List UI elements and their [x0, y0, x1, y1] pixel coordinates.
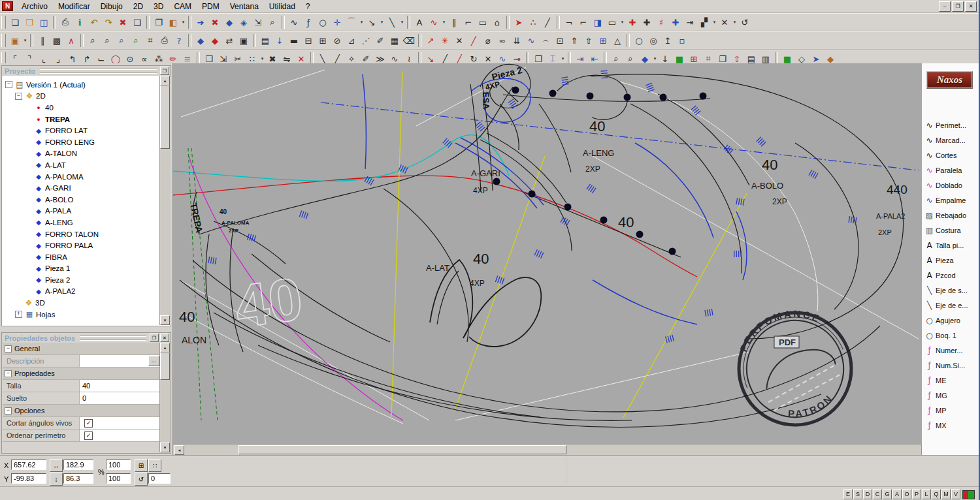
tool-mg[interactable]: ƒMG [922, 388, 979, 403]
hatch-lines-button[interactable]: ∥ [35, 33, 50, 48]
red-arrow-button[interactable]: ➤ [512, 15, 526, 29]
collapse-button[interactable]: ⊟ [301, 33, 316, 48]
redo-button[interactable]: ↷ [101, 15, 116, 29]
dots-diagonal-button[interactable]: ⋰ [359, 33, 373, 48]
approx-button[interactable]: ≂ [495, 33, 510, 48]
property-value[interactable]: ✓ [80, 417, 160, 429]
print-preview-button[interactable]: ⎙ [157, 33, 172, 48]
tool-eje-de-e[interactable]: ╲Eje de e... [922, 298, 979, 313]
tree-item-a-gari[interactable]: ◆A-GARI [3, 182, 160, 194]
cross-mark-button[interactable]: ✛ [330, 15, 344, 29]
tree-item-a-bolo[interactable]: ◆A-BOLO [3, 194, 160, 206]
triangle-tool-button[interactable]: ⊿ [344, 33, 359, 48]
tree-item-forro-leng[interactable]: ◆FORRO LENG [3, 136, 160, 148]
line-tool-button[interactable]: ╲ [385, 15, 399, 29]
dropdown-arrow-icon[interactable]: ▾ [22, 33, 28, 48]
text-button[interactable]: A [412, 15, 427, 29]
notch-left-button[interactable]: ¬ [562, 15, 576, 29]
play-piece-button[interactable]: ◆ [193, 33, 208, 48]
property-value[interactable]: ... [80, 355, 160, 367]
diagonal-button[interactable]: ╱ [540, 15, 555, 29]
property-value[interactable]: 0 [80, 392, 160, 404]
layer-key-v[interactable]: V [951, 489, 960, 499]
tree-expander-icon[interactable]: − [15, 93, 22, 100]
height-input[interactable] [63, 473, 93, 484]
tool-me[interactable]: ƒME [922, 373, 979, 388]
canvas-horizontal-scrollbar[interactable]: ◂ [173, 444, 921, 455]
y-coordinate-input[interactable] [11, 473, 46, 484]
dropdown-arrow-icon[interactable]: ▾ [359, 15, 365, 29]
circle-button[interactable]: ○ [316, 15, 330, 29]
tool-marcad[interactable]: ∿Marcad... [922, 133, 979, 148]
checkbox-icon[interactable]: ✓ [84, 419, 93, 428]
scroll-up-button[interactable]: ▴ [160, 76, 170, 86]
window-tool-button[interactable]: ▣ [237, 33, 251, 48]
zoom-window-button[interactable]: ⌕ [114, 33, 129, 48]
shift-up-button[interactable]: ⇧ [581, 33, 596, 48]
half-box-button[interactable]: ◨ [591, 15, 605, 29]
property-row-cortar-ngulos-vivos[interactable]: Cortar ángulos vivos✓ [3, 417, 160, 430]
scale-tool-button[interactable]: ⇲ [251, 15, 265, 29]
tool-paralela[interactable]: ∿Paralela [922, 163, 979, 178]
print-setup-button[interactable]: ⎙ [58, 15, 73, 29]
tree-item-forro-talon[interactable]: ◆FORRO TALON [3, 228, 160, 240]
curve-button[interactable]: ∿ [287, 15, 301, 29]
tree-item-pieza-2[interactable]: ◆Pieza 2 [3, 274, 160, 286]
corner-button[interactable]: ⌐ [461, 15, 476, 29]
layer-key-q[interactable]: Q [932, 489, 941, 499]
diameter-button[interactable]: ⌀ [481, 33, 495, 48]
grid-tool-button[interactable]: ▦ [387, 33, 402, 48]
arc-down-button[interactable]: ⌢ [538, 33, 553, 48]
dropdown-arrow-icon[interactable]: ▾ [399, 15, 405, 29]
fill-tool-button[interactable]: ▣ [8, 33, 22, 48]
toolbar-grip[interactable] [1, 34, 6, 47]
arrow-ne-button[interactable]: ↗ [423, 33, 438, 48]
grid-settings-icon[interactable]: ⊞ [135, 459, 148, 472]
scrollbar-thumb[interactable] [160, 86, 170, 149]
layer-key-d[interactable]: D [863, 489, 872, 499]
tree-item-pieza-1[interactable]: ◆Pieza 1 [3, 263, 160, 275]
dropdown-arrow-icon[interactable]: ▾ [379, 15, 385, 29]
scale-y-input[interactable] [106, 473, 131, 484]
snap-blue-button[interactable]: ✚ [668, 15, 683, 29]
tree-item-3d[interactable]: ❖3D [3, 297, 160, 309]
open-button[interactable]: ❒ [22, 15, 37, 29]
panel-detach-button[interactable]: ❐ [160, 67, 169, 75]
info-button[interactable]: ℹ [73, 15, 87, 29]
scroll-down-button[interactable]: ▾ [160, 315, 170, 325]
properties-panel-header[interactable]: Propiedades objetos ❐ ✕ [2, 333, 171, 343]
layer-key-l[interactable]: L [922, 489, 931, 499]
piece-frame-button[interactable]: ◈ [237, 15, 251, 29]
tree-expander-icon[interactable]: − [5, 81, 12, 88]
tool-pieza[interactable]: APieza [922, 253, 979, 268]
property-group-opciones[interactable]: −Opciones [3, 405, 160, 417]
backspace-tool-button[interactable]: ⌫ [402, 33, 416, 48]
tool-mp[interactable]: ƒMP [922, 403, 979, 418]
tool-boq-1[interactable]: ○Boq. 1 [922, 328, 979, 343]
down-arrows-button[interactable]: ⇊ [510, 33, 524, 48]
layer-key-c[interactable]: C [873, 489, 882, 499]
polygon-button[interactable]: ⌂ [490, 15, 504, 29]
layer-key-e[interactable]: E [843, 489, 853, 499]
notch-right-button[interactable]: ⌐ [576, 15, 591, 29]
tool-num-si[interactable]: ƒNum.Si... [922, 358, 979, 373]
arrow-tool-button[interactable]: ↘ [365, 15, 379, 29]
scrollbar-thumb[interactable] [238, 445, 566, 454]
asterisk-line-button[interactable]: ✳ [438, 33, 452, 48]
tree-item-a-lat[interactable]: ◆A-LAT [3, 159, 160, 171]
small-x-button[interactable]: ✕ [717, 15, 732, 29]
menu-3d[interactable]: 3D [148, 1, 169, 12]
grid-snap-button[interactable]: ♯ [654, 15, 668, 29]
menu-ventana[interactable]: Ventana [225, 1, 264, 12]
toolbar-grip[interactable] [1, 16, 6, 29]
point-grid-icon[interactable]: ∷ [148, 459, 161, 472]
panel-close-button[interactable]: ✕ [160, 334, 169, 342]
expand-button[interactable]: ⊞ [316, 33, 330, 48]
tree-expander-icon[interactable]: + [15, 311, 22, 318]
up-arrow-button[interactable]: ⇑ [567, 33, 581, 48]
dropdown-arrow-icon[interactable]: ▾ [711, 15, 717, 29]
property-group-general[interactable]: −General [3, 343, 160, 355]
tool-cortes[interactable]: ∿Cortes [922, 148, 979, 163]
hatch-dense-button[interactable]: ▩ [50, 33, 64, 48]
dropdown-arrow-icon[interactable]: ▾ [619, 15, 625, 29]
